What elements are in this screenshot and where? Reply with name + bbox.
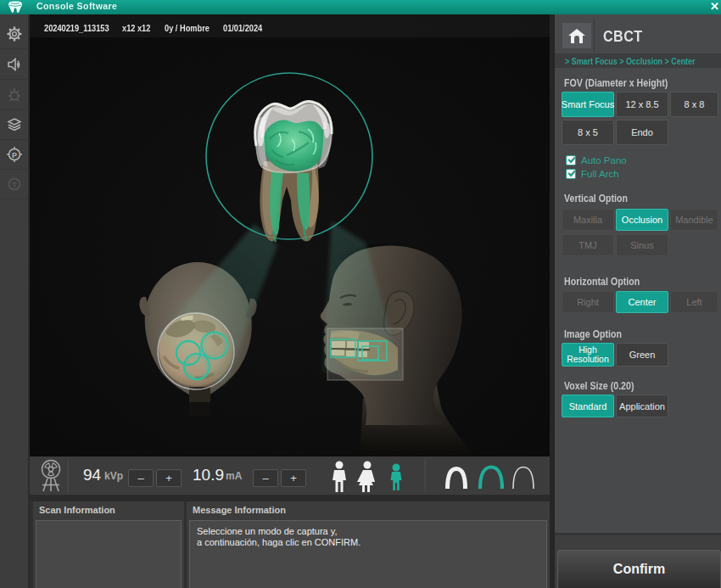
svg-text:P: P — [11, 151, 16, 160]
svg-text:T: T — [12, 181, 17, 189]
